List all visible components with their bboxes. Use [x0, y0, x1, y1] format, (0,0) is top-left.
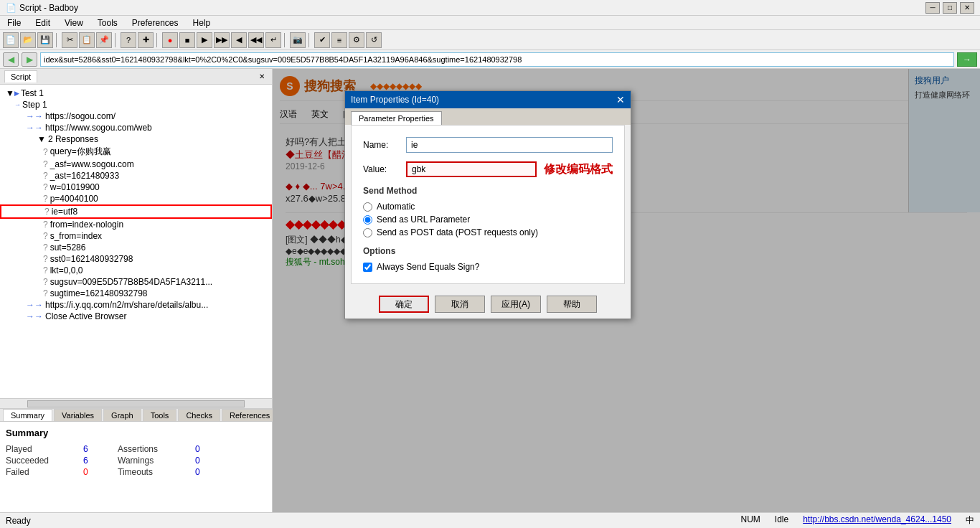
camera-btn[interactable]: 📷 — [290, 32, 306, 48]
cut-btn[interactable]: ✂ — [62, 32, 77, 48]
fast-forward-btn[interactable]: ▶▶ — [214, 32, 230, 48]
apply-btn[interactable]: 应用(A) — [491, 296, 541, 313]
modal-close-btn[interactable]: ✕ — [616, 94, 625, 105]
tree-item[interactable]: ▼ 2 Responses — [0, 133, 272, 145]
play-btn[interactable]: ▶ — [197, 32, 212, 48]
rewind-btn[interactable]: ◀ — [231, 32, 247, 48]
name-input[interactable] — [406, 137, 613, 153]
prev-btn[interactable]: ◀◀ — [248, 32, 264, 48]
status-num: NUM — [740, 514, 760, 527]
tree-item[interactable]: ? from=index-nologin — [0, 219, 272, 230]
param-icon: ? — [44, 207, 50, 217]
record-btn[interactable]: ● — [162, 32, 178, 48]
param-label: lkt=0,0,0 — [50, 265, 83, 275]
list-btn[interactable]: ≡ — [331, 32, 347, 48]
tree-item[interactable]: ? sst0=1621480932798 — [0, 253, 272, 265]
radio-url-param-input[interactable] — [363, 215, 372, 225]
open-btn[interactable]: 📂 — [20, 32, 36, 48]
check-btn[interactable]: ✔ — [314, 32, 330, 48]
refresh-btn[interactable]: ↺ — [366, 32, 382, 48]
summary-content: Summary Played 6 Assertions 0 Succeeded … — [0, 422, 272, 512]
response-icon: ▼ — [37, 134, 46, 144]
stop-btn[interactable]: ■ — [179, 32, 195, 48]
tree-item[interactable]: ? sugsuv=009E5D577B8B54DA5F1A3211... — [0, 276, 272, 288]
request-label: https://sogou.com/ — [45, 111, 116, 121]
tree-item[interactable]: ? p=40040100 — [0, 193, 272, 204]
tree-item[interactable]: ? query=你购我赢 — [0, 145, 272, 159]
paste-btn[interactable]: 📌 — [96, 32, 112, 48]
param-label-ie: ie=utf8 — [52, 207, 77, 217]
maximize-btn[interactable]: □ — [943, 2, 957, 14]
tab-references[interactable]: References — [222, 409, 278, 421]
tree-scrollbar[interactable] — [0, 398, 272, 408]
confirm-btn[interactable]: 确定 — [379, 296, 429, 313]
tab-checks[interactable]: Checks — [178, 409, 220, 421]
address-bar: ◀ ▶ → — [0, 50, 980, 69]
modal-titlebar: Item Properties (Id=40) ✕ — [345, 91, 631, 108]
tree-item[interactable]: ? _ast=1621480933 — [0, 170, 272, 182]
tab-tools[interactable]: Tools — [143, 409, 177, 421]
send-method-section: Send Method Automatic Send as URL Parame… — [363, 186, 613, 237]
menu-tools[interactable]: Tools — [93, 16, 122, 29]
menu-edit[interactable]: Edit — [31, 16, 55, 29]
help-btn[interactable]: ? — [121, 32, 136, 48]
tree-area[interactable]: ▼ ▶ Test 1 → Step 1 →→ https://sogou.com… — [0, 85, 272, 398]
tree-item[interactable]: ? sugtime=1621480932798 — [0, 288, 272, 299]
help-dialog-btn[interactable]: 帮助 — [547, 296, 597, 313]
succeeded-label: Succeeded — [6, 456, 77, 466]
radio-automatic-input[interactable] — [363, 202, 372, 212]
go-btn[interactable]: → — [957, 52, 977, 67]
scrollbar-thumb[interactable] — [27, 400, 245, 407]
end-btn[interactable]: ↵ — [265, 32, 281, 48]
tree-item[interactable]: →→ https://i.y.qq.com/n2/m/share/details… — [0, 299, 272, 311]
settings-btn[interactable]: ⚙ — [349, 32, 364, 48]
new-btn[interactable]: 📄 — [3, 32, 19, 48]
param-icon: ? — [43, 194, 48, 204]
tree-item[interactable]: ? w=01019900 — [0, 182, 272, 193]
address-input[interactable] — [40, 52, 954, 67]
menu-help[interactable]: Help — [189, 16, 215, 29]
tab-summary[interactable]: Summary — [3, 409, 52, 421]
succeeded-value: 6 — [83, 456, 112, 466]
save-btn[interactable]: 💾 — [37, 32, 53, 48]
param-label: sut=5286 — [50, 242, 86, 253]
bottom-tabs-header: Summary Variables Graph Tools Checks Ref… — [0, 409, 272, 422]
tree-item[interactable]: ? lkt=0,0,0 — [0, 265, 272, 276]
tab-variables[interactable]: Variables — [54, 409, 102, 421]
menu-file[interactable]: File — [3, 16, 25, 29]
separator-3 — [156, 33, 159, 47]
radio-post-data-input[interactable] — [363, 228, 372, 237]
tree-item[interactable]: ? sut=5286 — [0, 242, 272, 253]
value-input[interactable] — [406, 161, 537, 177]
tree-item[interactable]: ? _asf=www.sogou.com — [0, 159, 272, 170]
close-btn[interactable]: ✕ — [960, 2, 974, 14]
radio-group: Automatic Send as URL Parameter Send as … — [363, 202, 613, 237]
tree-item-highlighted[interactable]: ? ie=utf8 — [0, 204, 272, 219]
tree-item[interactable]: ▼ ▶ Test 1 — [0, 88, 272, 99]
minimize-btn[interactable]: ─ — [925, 2, 940, 14]
tree-item[interactable]: ? s_from=index — [0, 230, 272, 242]
panel-close-btn[interactable]: ✕ — [256, 72, 268, 80]
tree-arrow: ▶ — [14, 90, 19, 97]
tree-item[interactable]: →→ https://sogou.com/ — [0, 110, 272, 122]
param-icon: ? — [43, 171, 48, 181]
modal-tab-parameter[interactable]: Parameter Properties — [351, 111, 442, 125]
always-send-equals-checkbox[interactable] — [363, 263, 372, 272]
menu-view[interactable]: View — [60, 16, 88, 29]
add-btn[interactable]: ✚ — [138, 32, 154, 48]
tree-item[interactable]: →→ https://www.sogou.com/web — [0, 122, 272, 133]
cancel-btn[interactable]: 取消 — [435, 296, 485, 313]
param-label: w=01019900 — [50, 182, 100, 192]
tree-item[interactable]: →→ Close Active Browser — [0, 311, 272, 322]
param-label: sst0=1621480932798 — [50, 254, 133, 264]
value-row: Value: 修改编码格式 — [363, 161, 613, 177]
script-tab[interactable]: Script — [4, 70, 37, 82]
summary-title: Summary — [6, 428, 266, 438]
menu-preferences[interactable]: Preferences — [128, 16, 183, 29]
forward-btn[interactable]: ▶ — [22, 52, 37, 67]
tab-graph[interactable]: Graph — [103, 409, 141, 421]
back-btn[interactable]: ◀ — [3, 52, 19, 67]
copy-btn[interactable]: 📋 — [79, 32, 95, 48]
tree-item[interactable]: → Step 1 — [0, 99, 272, 110]
step-arrow: → — [14, 101, 21, 108]
